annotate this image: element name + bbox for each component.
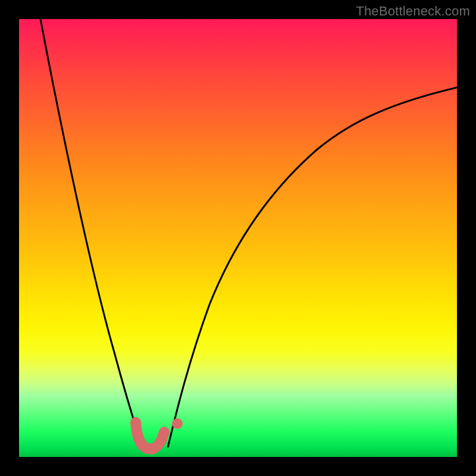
valley-marker [136, 422, 164, 449]
curve-layer [19, 19, 457, 457]
right-ascent-curve [168, 87, 457, 447]
watermark-text: TheBottleneck.com [356, 4, 470, 19]
valley-dot [172, 418, 183, 429]
chart-frame: TheBottleneck.com [0, 0, 476, 476]
left-descent-curve [40, 19, 145, 447]
plot-area [19, 19, 457, 457]
